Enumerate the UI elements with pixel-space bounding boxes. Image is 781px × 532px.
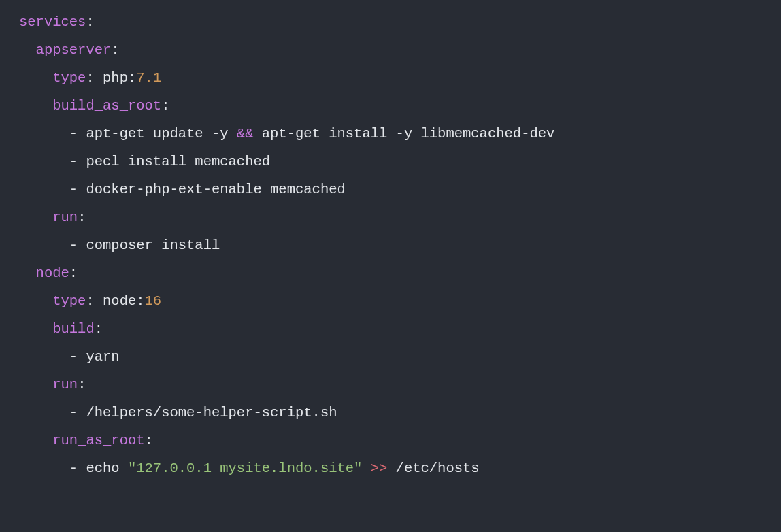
- colon: :: [69, 265, 78, 281]
- line: - /helpers/some-helper-script.sh: [19, 405, 337, 420]
- list-dash: -: [69, 126, 86, 142]
- yaml-key: run: [52, 210, 78, 225]
- line: - yarn: [19, 349, 120, 365]
- colon: :: [86, 14, 94, 30]
- command-text: composer install: [86, 237, 220, 253]
- line: appserver:: [19, 42, 120, 58]
- command-text: apt-get update -y: [86, 126, 236, 142]
- list-dash: -: [69, 461, 86, 476]
- colon: :: [111, 42, 119, 58]
- line: - echo "127.0.0.1 mysite.lndo.site" >> /…: [19, 461, 480, 476]
- command-text: pecl install memcached: [86, 154, 270, 169]
- operator: >>: [362, 461, 387, 476]
- line: type: node:16: [19, 293, 161, 309]
- yaml-value: node:: [95, 293, 145, 309]
- list-dash: -: [69, 349, 86, 365]
- line: services:: [19, 14, 95, 30]
- line: build_as_root:: [19, 98, 169, 114]
- list-dash: -: [69, 182, 86, 197]
- colon: :: [78, 377, 86, 393]
- line: run_as_root:: [19, 433, 153, 448]
- line: - apt-get update -y && apt-get install -…: [19, 126, 554, 142]
- colon: :: [145, 433, 153, 448]
- line: type: php:7.1: [19, 70, 161, 86]
- yaml-key: run: [52, 377, 78, 393]
- colon: :: [86, 293, 94, 309]
- yaml-key: type: [52, 293, 86, 309]
- command-text: yarn: [86, 349, 119, 365]
- yaml-key: run_as_root: [52, 433, 144, 448]
- colon: :: [95, 321, 103, 337]
- line: build:: [19, 321, 103, 337]
- list-dash: -: [69, 405, 86, 420]
- command-text: echo: [86, 461, 128, 476]
- line: - composer install: [19, 237, 220, 253]
- yaml-key: node: [36, 265, 69, 281]
- yaml-key: type: [52, 70, 86, 86]
- operator: &&: [237, 126, 254, 142]
- line: - pecl install memcached: [19, 154, 270, 169]
- version-number: 16: [145, 293, 162, 309]
- yaml-key: build: [52, 321, 95, 337]
- colon: :: [161, 98, 169, 114]
- command-text: /etc/hosts: [387, 461, 479, 476]
- yaml-key: build_as_root: [52, 98, 161, 114]
- line: run:: [19, 210, 86, 225]
- string-literal: "127.0.0.1 mysite.lndo.site": [128, 461, 362, 476]
- command-text: /helpers/some-helper-script.sh: [86, 405, 337, 420]
- line: node:: [19, 265, 78, 281]
- yaml-key: services: [19, 14, 86, 30]
- list-dash: -: [69, 237, 86, 253]
- line: run:: [19, 377, 86, 393]
- line: - docker-php-ext-enable memcached: [19, 182, 346, 197]
- yaml-key: appserver: [36, 42, 112, 58]
- colon: :: [78, 210, 86, 225]
- code-block: services: appserver: type: php:7.1 build…: [0, 0, 781, 491]
- version-number: 7.1: [136, 70, 161, 86]
- list-dash: -: [69, 154, 86, 169]
- yaml-value: php:: [95, 70, 137, 86]
- command-text: apt-get install -y libmemcached-dev: [253, 126, 554, 142]
- command-text: docker-php-ext-enable memcached: [86, 182, 345, 197]
- colon: :: [86, 70, 94, 86]
